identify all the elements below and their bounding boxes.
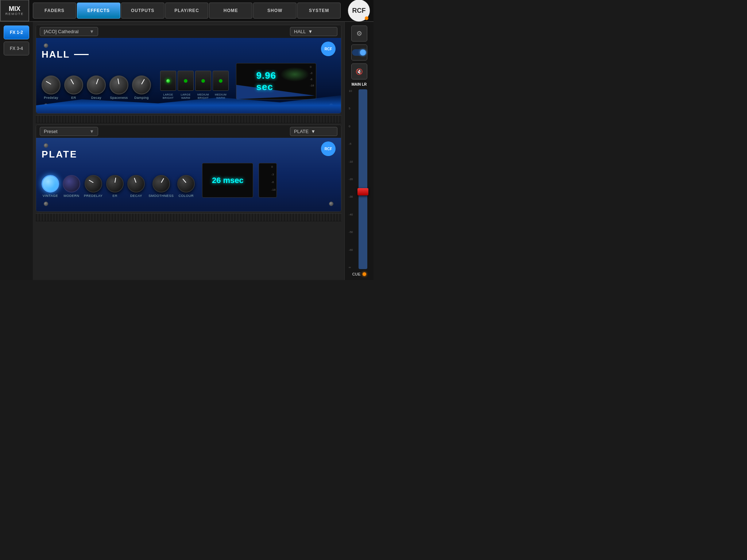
hall-predelay-knob[interactable] — [42, 75, 61, 94]
tab-outputs[interactable]: OUTPUTS — [121, 3, 165, 19]
hall-body: HALL RCF Predelay ER — [36, 38, 341, 113]
plate-type-arrow: ▼ — [311, 129, 316, 134]
plate-body: RCF PLATE VINTAGE MODERN — [36, 138, 341, 211]
hall-decay-knob[interactable] — [87, 75, 106, 94]
hall-decay-time: 9.96 sec — [256, 70, 296, 93]
hall-switch-large-warm[interactable] — [178, 71, 194, 91]
plate-colour-group: COLOUR — [177, 175, 195, 198]
plate-screws-top — [42, 142, 336, 149]
hall-unit: [ACO] Cathedral ▼ HALL ▼ HALL RCF — [36, 25, 341, 114]
hall-predelay-label: Predelay — [44, 96, 58, 100]
plate-rcf-badge: RCF — [321, 141, 336, 156]
volume-toggle[interactable] — [352, 49, 367, 56]
hall-er-label: ER — [71, 96, 76, 100]
right-panel: ⚙ 🔇 MAIN LR 10 5 0 -5 -10 -20 -30 -40 -5… — [344, 22, 374, 280]
hall-type-arrow: ▼ — [308, 29, 313, 34]
plate-colour-knob[interactable] — [177, 175, 195, 192]
plate-time-display: 26 msec — [202, 163, 253, 198]
fader-track — [359, 89, 367, 269]
hall-knobs-row: Predelay ER Decay Spaceness — [42, 63, 336, 100]
plate-unit: Preset ▼ PLATE ▼ RCF PLATE — [36, 125, 341, 212]
plate-decay-group: DECAY — [127, 175, 145, 198]
hall-switch-large-bright[interactable] — [160, 71, 176, 91]
hall-preset-dropdown[interactable]: [ACO] Cathedral ▼ — [40, 27, 98, 36]
main-lr-label: MAIN LR — [352, 82, 367, 86]
plate-er-knob[interactable] — [106, 175, 124, 192]
fader-area: 10 5 0 -5 -10 -20 -30 -40 -50 -60 ∞ — [347, 89, 372, 269]
rcf-logo: RCF — [348, 0, 370, 22]
hall-header: [ACO] Cathedral ▼ HALL ▼ — [36, 25, 341, 38]
logo: MIX REMOTE — [0, 0, 29, 22]
hall-title: HALL — [42, 49, 336, 60]
plate-delay-time: 26 msec — [212, 176, 244, 185]
plate-smoothness-group: SMOOTHNESS — [148, 175, 174, 198]
hall-switches-panel: LARGEBRIGHT LARGEWARM MEDIUMBRIGHT MEDIU… — [160, 71, 229, 100]
plate-vintage-group: VINTAGE — [42, 175, 59, 198]
hall-switches-row — [160, 71, 229, 91]
hall-damping-knob[interactable] — [132, 75, 151, 94]
logo-remote: REMOTE — [5, 12, 24, 16]
hall-switch-label-lw: LARGEWARM — [178, 93, 194, 100]
hall-led-large-bright — [166, 79, 170, 83]
hall-spaceness-group: Spaceness — [109, 75, 128, 100]
plate-vintage-btn[interactable] — [42, 175, 59, 192]
plate-modern-btn[interactable] — [63, 175, 80, 192]
cue-led — [363, 272, 366, 276]
hall-er-knob[interactable] — [64, 75, 83, 94]
plate-scale-display: 0 -3 -6 -18 — [259, 163, 277, 198]
screw — [44, 143, 48, 148]
tab-faders[interactable]: FADERS — [33, 3, 76, 19]
plate-header: Preset ▼ PLATE ▼ — [36, 125, 341, 138]
plate-knobs-row: VINTAGE MODERN PREDELAY ER — [42, 163, 336, 198]
toggle-thumb — [360, 50, 366, 55]
plate-smoothness-label: SMOOTHNESS — [148, 194, 174, 198]
hall-type-dropdown[interactable]: HALL ▼ — [290, 27, 337, 36]
plate-type-dropdown[interactable]: PLATE ▼ — [290, 127, 337, 136]
logo-mix: MIX — [9, 5, 20, 12]
tab-show[interactable]: SHOW — [253, 3, 297, 19]
hall-er-group: ER — [64, 75, 83, 100]
rack-ridge-1 — [36, 115, 341, 123]
fx34-button[interactable]: FX 3-4 — [4, 42, 29, 55]
plate-title: PLATE — [42, 149, 336, 160]
volume-toggle-area — [351, 44, 367, 61]
mute-button[interactable]: 🔇 — [351, 63, 367, 79]
hall-decay-display: 0 -3 -6 -18 9.96 sec — [236, 63, 316, 100]
plate-smoothness-knob[interactable] — [152, 175, 170, 192]
tab-home[interactable]: HOME — [209, 3, 252, 19]
hall-preset-arrow: ▼ — [89, 29, 94, 34]
hall-switch-medium-warm[interactable] — [213, 71, 229, 91]
hall-title-decoration — [74, 54, 89, 55]
top-bar: MIX REMOTE FADERS EFFECTS OUTPUTS PLAY/R… — [0, 0, 374, 22]
screw — [44, 43, 48, 48]
plate-decay-label: DECAY — [130, 194, 142, 198]
hall-screws-top — [42, 42, 336, 49]
tab-effects[interactable]: EFFECTS — [77, 3, 120, 19]
main-layout: FX 1-2 FX 3-4 [ACO] Cathedral ▼ HALL ▼ — [0, 22, 374, 280]
plate-preset-dropdown[interactable]: Preset ▼ — [40, 127, 98, 136]
hall-rcf-badge: RCF — [321, 42, 336, 56]
plate-decay-knob[interactable] — [127, 175, 145, 192]
cue-label: CUE — [352, 272, 360, 276]
plate-predelay-label: PREDELAY — [84, 194, 102, 198]
cue-row: CUE — [352, 272, 366, 276]
sidebar: FX 1-2 FX 3-4 — [0, 22, 33, 280]
hall-spaceness-knob[interactable] — [109, 75, 128, 94]
plate-er-group: ER — [106, 175, 124, 198]
tab-playrec[interactable]: PLAY/REC — [165, 3, 209, 19]
plate-colour-label: COLOUR — [179, 194, 194, 198]
hall-led-large-warm — [184, 79, 187, 83]
plate-modern-label: MODERN — [64, 194, 80, 198]
plate-screws-bottom — [42, 201, 336, 207]
plate-predelay-knob[interactable] — [85, 175, 102, 192]
hall-damping-label: Damping — [134, 96, 149, 100]
hall-switch-medium-bright[interactable] — [195, 71, 211, 91]
hall-predelay-group: Predelay — [42, 75, 61, 100]
fx12-button[interactable]: FX 1-2 — [4, 26, 29, 39]
fader-handle[interactable] — [357, 188, 368, 195]
settings-button[interactable]: ⚙ — [351, 26, 367, 42]
hall-spaceness-label: Spaceness — [110, 96, 128, 100]
plate-predelay-group: PREDELAY — [84, 175, 102, 198]
nav-tabs: FADERS EFFECTS OUTPUTS PLAY/REC HOME SHO… — [29, 0, 344, 22]
tab-system[interactable]: SYSTEM — [297, 3, 341, 19]
